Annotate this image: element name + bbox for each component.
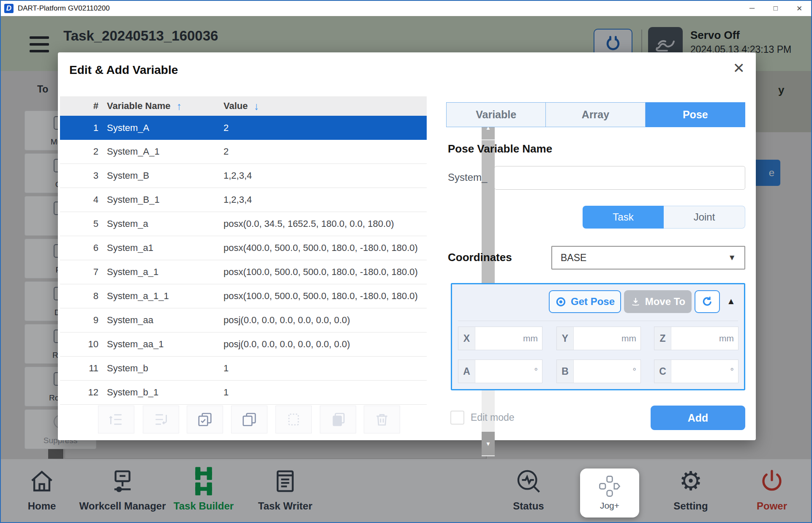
table-row[interactable]: 6 System_a1 posx(400.0, 500.0, 500.0, 18… [60, 236, 427, 260]
table-row[interactable]: 5 System_a posx(0.0, 34.5, 1652.5, 180.0… [60, 212, 427, 236]
table-header-row: # Variable Name ↑ Value ↓ [60, 96, 427, 116]
outdent-row-button[interactable] [98, 406, 134, 433]
window-titlebar: D DART-Platform GV02110200 ─ □ ✕ [1, 1, 811, 16]
outdent-icon [108, 411, 124, 428]
table-row[interactable]: 9 System_aa posj(0.0, 0.0, 0.0, 0.0, 0.0… [60, 308, 427, 332]
trash-icon [374, 411, 390, 428]
cut-button[interactable] [275, 406, 312, 433]
paste-outline-icon [286, 411, 302, 428]
sort-ascending-icon[interactable]: ↑ [176, 100, 182, 112]
chevron-down-icon: ▼ [728, 253, 736, 262]
pose-z-field: Z mm [654, 327, 738, 350]
col-header-name[interactable]: Variable Name ↑ [100, 100, 218, 112]
add-button[interactable]: Add [651, 406, 745, 430]
pose-input-panel: Get Pose Move To ▲ X mm Y mm [451, 283, 745, 390]
target-icon [555, 296, 567, 308]
variable-type-tabs: Variable Array Pose [446, 102, 745, 127]
pose-a-input[interactable] [475, 360, 534, 383]
delete-row-button[interactable] [364, 406, 400, 433]
edit-mode-label: Edit mode [471, 412, 515, 423]
mode-tab-task[interactable]: Task [583, 206, 664, 229]
mode-tab-joint[interactable]: Joint [664, 206, 745, 229]
collapse-icon[interactable]: ▲ [727, 296, 736, 306]
table-row[interactable]: 1 System_A 2 [60, 116, 427, 140]
move-to-button[interactable]: Move To [624, 290, 692, 313]
pose-mode-toggle: Task Joint [583, 206, 745, 229]
indent-return-icon [153, 411, 169, 428]
copy-check-icon [197, 411, 213, 428]
scroll-down-icon[interactable]: ▼ [482, 432, 495, 455]
col-header-index[interactable]: # [60, 101, 100, 112]
pose-b-field: B ° [556, 360, 641, 383]
coordinates-label: Coordinates [448, 251, 512, 264]
pose-y-input[interactable] [574, 327, 621, 350]
close-icon[interactable]: ✕ [733, 61, 745, 75]
refresh-pose-button[interactable] [695, 290, 720, 313]
select-copy-button[interactable] [187, 406, 223, 433]
variable-table: # Variable Name ↑ Value ↓ 1 System_A 2 2… [60, 96, 427, 405]
download-icon [630, 297, 641, 307]
tab-variable[interactable]: Variable [446, 102, 546, 127]
pose-c-input[interactable] [671, 360, 730, 383]
refresh-icon [701, 295, 714, 308]
table-row[interactable]: 7 System_a_1 posx(100.0, 500.0, 500.0, 1… [60, 260, 427, 284]
pose-panel-divider [458, 321, 738, 321]
paste-filled-icon [330, 411, 346, 428]
pose-x-input[interactable] [475, 327, 523, 350]
paste-button[interactable] [320, 406, 356, 433]
table-row[interactable]: 2 System_A_1 2 [60, 140, 427, 164]
pose-c-field: C ° [654, 360, 738, 383]
table-row[interactable]: 8 System_a_1_1 posx(100.0, 500.0, 500.0,… [60, 284, 427, 308]
nav-jog-button[interactable]: Jog+ [580, 469, 639, 518]
copy-icon [241, 411, 257, 428]
window-maximize-button[interactable]: □ [764, 1, 787, 16]
coordinates-dropdown[interactable]: BASE ▼ [551, 246, 745, 270]
edit-add-variable-dialog: Edit & Add Variable ✕ # Variable Name ↑ … [58, 52, 756, 440]
dialog-title: Edit & Add Variable [69, 63, 178, 77]
pose-a-field: A ° [458, 360, 542, 383]
indent-row-button[interactable] [143, 406, 179, 433]
pose-x-field: X mm [458, 327, 542, 350]
pose-y-field: Y mm [556, 327, 641, 350]
app-window: D DART-Platform GV02110200 ─ □ ✕ Task_20… [0, 0, 812, 523]
table-row[interactable]: 11 System_b 1 [60, 357, 427, 381]
col-header-value[interactable]: Value ↓ [218, 100, 427, 112]
pose-variable-name-heading: Pose Variable Name [448, 142, 552, 155]
table-row[interactable]: 12 System_b_1 1 [60, 381, 427, 405]
pose-z-input[interactable] [671, 327, 719, 350]
tab-pose[interactable]: Pose [646, 102, 745, 127]
copy-button[interactable] [231, 406, 267, 433]
tab-array[interactable]: Array [546, 102, 645, 127]
sort-descending-icon[interactable]: ↓ [253, 100, 259, 112]
window-close-button[interactable]: ✕ [787, 1, 811, 16]
variable-name-input[interactable] [494, 166, 745, 190]
table-row[interactable]: 10 System_aa_1 posj(0.0, 0.0, 0.0, 0.0, … [60, 332, 427, 357]
jog-pad-icon [597, 474, 622, 498]
table-row[interactable]: 3 System_B 1,2,3,4 [60, 164, 427, 188]
edit-mode-checkbox[interactable] [450, 411, 464, 425]
dart-logo-icon: D [4, 4, 14, 13]
get-pose-button[interactable]: Get Pose [549, 290, 621, 313]
window-title: DART-Platform GV02110200 [18, 4, 110, 13]
table-row[interactable]: 4 System_B_1 1,2,3,4 [60, 188, 427, 212]
variable-name-prefix: System_ [448, 172, 487, 183]
pose-b-input[interactable] [574, 360, 633, 383]
window-minimize-button[interactable]: ─ [740, 1, 764, 16]
